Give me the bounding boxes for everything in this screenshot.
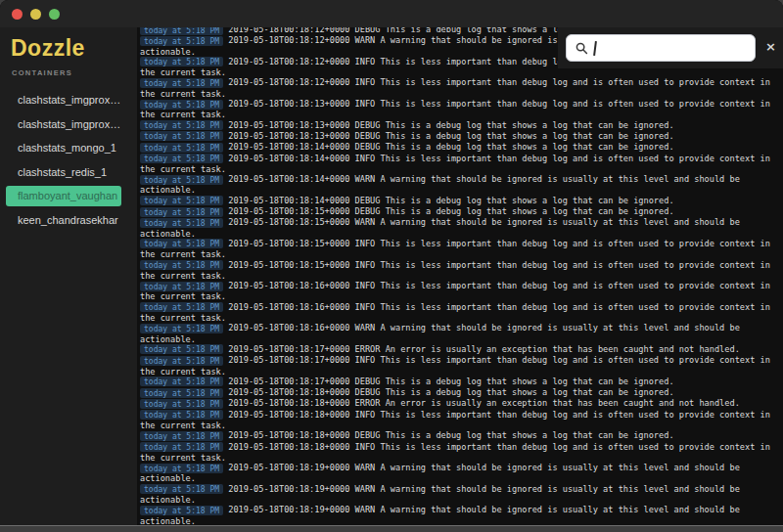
container-name: keen_chandrasekhar bbox=[18, 214, 118, 226]
sidebar-container-item[interactable]: clashstats_mongo_1 bbox=[0, 136, 137, 160]
log-entry: today at 5:18 PM 2019-05-18T00:18:13+000… bbox=[140, 120, 781, 131]
timestamp-badge: today at 5:18 PM bbox=[140, 57, 223, 66]
log-message: 2019-05-18T00:18:18+0000 INFO This is le… bbox=[140, 410, 770, 430]
timestamp-badge: today at 5:18 PM bbox=[140, 506, 223, 515]
log-entry: today at 5:18 PM 2019-05-18T00:18:13+000… bbox=[140, 99, 781, 120]
log-entry: today at 5:18 PM 2019-05-18T00:18:15+000… bbox=[140, 260, 781, 282]
log-entry: today at 5:18 PM 2019-05-18T00:18:15+000… bbox=[140, 206, 781, 217]
container-name: clashstats_mongo_1 bbox=[18, 142, 116, 154]
log-message: 2019-05-18T00:18:14+0000 DEBUG This is a… bbox=[228, 142, 673, 152]
search-icon bbox=[576, 42, 588, 55]
container-name: clashstats_redis_1 bbox=[18, 166, 107, 178]
log-message: 2019-05-18T00:18:19+0000 WARN A warning … bbox=[140, 463, 740, 483]
log-entry: today at 5:18 PM 2019-05-18T00:18:18+000… bbox=[140, 442, 781, 464]
timestamp-badge: today at 5:18 PM bbox=[140, 356, 223, 366]
sidebar-container-item[interactable]: keen_chandrasekhar bbox=[0, 208, 137, 233]
log-entry: today at 5:18 PM 2019-05-18T00:18:18+000… bbox=[140, 387, 781, 398]
timestamp-badge: today at 5:18 PM bbox=[140, 410, 223, 420]
log-list: today at 5:18 PM 2019-05-18T00:18:12+000… bbox=[137, 27, 783, 525]
sidebar-container-item[interactable]: clashstats_redis_1 bbox=[0, 160, 137, 185]
containers-section-label: CONTAINERS bbox=[12, 68, 72, 77]
timestamp-badge: today at 5:18 PM bbox=[140, 399, 223, 409]
timestamp-badge: today at 5:18 PM bbox=[140, 27, 223, 35]
log-message: 2019-05-18T00:18:16+0000 WARN A warning … bbox=[140, 323, 740, 343]
timestamp-badge: today at 5:18 PM bbox=[140, 442, 223, 452]
log-message: 2019-05-18T00:18:12+0000 INFO This is le… bbox=[140, 77, 770, 98]
log-message: 2019-05-18T00:18:17+0000 ERROR An error … bbox=[228, 344, 740, 354]
log-message: 2019-05-18T00:18:14+0000 DEBUG This is a… bbox=[228, 196, 673, 205]
log-entry: today at 5:18 PM 2019-05-18T00:18:15+000… bbox=[140, 217, 781, 239]
timestamp-badge: today at 5:18 PM bbox=[140, 282, 223, 291]
log-pane[interactable]: today at 5:18 PM 2019-05-18T00:18:12+000… bbox=[137, 27, 783, 525]
minimize-window-icon[interactable] bbox=[30, 9, 41, 20]
log-entry: today at 5:18 PM 2019-05-18T00:18:16+000… bbox=[140, 302, 781, 324]
log-message: 2019-05-18T00:18:18+0000 DEBUG This is a… bbox=[228, 430, 673, 440]
close-search-icon[interactable]: × bbox=[765, 39, 776, 55]
log-entry: today at 5:18 PM 2019-05-18T00:18:12+000… bbox=[140, 77, 781, 99]
log-message: 2019-05-18T00:18:15+0000 INFO This is le… bbox=[140, 239, 770, 259]
log-entry: today at 5:18 PM 2019-05-18T00:18:17+000… bbox=[140, 377, 781, 387]
log-entry: today at 5:18 PM 2019-05-18T00:18:19+000… bbox=[140, 463, 781, 484]
log-message: 2019-05-18T00:18:14+0000 WARN A warning … bbox=[140, 174, 740, 195]
log-message: 2019-05-18T00:18:18+0000 INFO This is le… bbox=[140, 442, 770, 463]
timestamp-badge: today at 5:18 PM bbox=[140, 431, 223, 441]
log-entry: today at 5:18 PM 2019-05-18T00:18:18+000… bbox=[140, 430, 781, 441]
log-message: 2019-05-18T00:18:13+0000 DEBUG This is a… bbox=[228, 120, 673, 130]
log-message: 2019-05-18T00:18:16+0000 INFO This is le… bbox=[140, 302, 770, 323]
timestamp-badge: today at 5:18 PM bbox=[140, 377, 223, 386]
container-name: flamboyant_vaughan bbox=[18, 190, 117, 201]
log-entry: today at 5:18 PM 2019-05-18T00:18:16+000… bbox=[140, 281, 781, 302]
text-cursor bbox=[593, 41, 596, 56]
sidebar-container-item[interactable]: clashstats_imgprox… bbox=[0, 112, 137, 137]
timestamp-badge: today at 5:18 PM bbox=[140, 324, 223, 333]
log-entry: today at 5:18 PM 2019-05-18T00:18:15+000… bbox=[140, 239, 781, 260]
container-name: clashstats_imgprox… bbox=[18, 118, 120, 130]
log-entry: today at 5:18 PM 2019-05-18T00:18:14+000… bbox=[140, 154, 781, 175]
sidebar-container-item[interactable]: flamboyant_vaughan bbox=[6, 186, 121, 206]
log-message: 2019-05-18T00:18:16+0000 INFO This is le… bbox=[140, 281, 770, 301]
timestamp-badge: today at 5:18 PM bbox=[140, 154, 223, 163]
log-message: 2019-05-18T00:18:18+0000 DEBUG This is a… bbox=[228, 387, 673, 397]
app-title: Dozzle bbox=[11, 35, 85, 62]
timestamp-badge: today at 5:18 PM bbox=[140, 218, 223, 228]
titlebar bbox=[0, 0, 783, 27]
log-entry: today at 5:18 PM 2019-05-18T00:18:14+000… bbox=[140, 174, 781, 196]
log-entry: today at 5:18 PM 2019-05-18T00:18:17+000… bbox=[140, 355, 781, 377]
timestamp-badge: today at 5:18 PM bbox=[140, 260, 223, 270]
search-input[interactable] bbox=[566, 34, 756, 62]
log-message: 2019-05-18T00:18:19+0000 WARN A warning … bbox=[140, 484, 740, 505]
log-message: 2019-05-18T00:18:15+0000 INFO This is le… bbox=[140, 260, 770, 281]
log-message: 2019-05-18T00:18:18+0000 ERROR An error … bbox=[228, 398, 740, 408]
timestamp-badge: today at 5:18 PM bbox=[140, 175, 223, 185]
timestamp-badge: today at 5:18 PM bbox=[140, 120, 223, 130]
log-message: 2019-05-18T00:18:17+0000 DEBUG This is a… bbox=[228, 377, 673, 386]
timestamp-badge: today at 5:18 PM bbox=[140, 143, 223, 153]
maximize-window-icon[interactable] bbox=[49, 9, 60, 20]
timestamp-badge: today at 5:18 PM bbox=[140, 464, 223, 473]
log-entry: today at 5:18 PM 2019-05-18T00:18:16+000… bbox=[140, 323, 781, 344]
close-window-icon[interactable] bbox=[12, 9, 23, 20]
timestamp-badge: today at 5:18 PM bbox=[140, 302, 223, 312]
search-panel: × bbox=[558, 27, 783, 68]
log-entry: today at 5:18 PM 2019-05-18T00:18:14+000… bbox=[140, 196, 781, 206]
timestamp-badge: today at 5:18 PM bbox=[140, 196, 223, 205]
log-message: 2019-05-18T00:18:14+0000 INFO This is le… bbox=[140, 154, 770, 174]
log-message: 2019-05-18T00:18:13+0000 INFO This is le… bbox=[140, 99, 770, 119]
container-list: clashstats_imgprox… clashstats_imgprox… … bbox=[0, 88, 137, 233]
log-message: 2019-05-18T00:18:15+0000 WARN A warning … bbox=[140, 217, 740, 238]
log-entry: today at 5:18 PM 2019-05-18T00:18:18+000… bbox=[140, 398, 781, 409]
log-entry: today at 5:18 PM 2019-05-18T00:18:14+000… bbox=[140, 142, 781, 153]
container-name: clashstats_imgprox… bbox=[18, 94, 120, 106]
log-entry: today at 5:18 PM 2019-05-18T00:18:19+000… bbox=[140, 484, 781, 506]
timestamp-badge: today at 5:18 PM bbox=[140, 100, 223, 110]
timestamp-badge: today at 5:18 PM bbox=[140, 131, 223, 141]
log-message: 2019-05-18T00:18:17+0000 INFO This is le… bbox=[140, 355, 770, 376]
timestamp-badge: today at 5:18 PM bbox=[140, 239, 223, 248]
log-entry: today at 5:18 PM 2019-05-18T00:18:13+000… bbox=[140, 131, 781, 142]
sidebar: Dozzle CONTAINERS clashstats_imgprox… cl… bbox=[0, 27, 137, 525]
sidebar-container-item[interactable]: clashstats_imgprox… bbox=[0, 88, 137, 112]
log-entry: today at 5:18 PM 2019-05-18T00:18:19+000… bbox=[140, 505, 781, 525]
log-entry: today at 5:18 PM 2019-05-18T00:18:17+000… bbox=[140, 344, 781, 355]
timestamp-badge: today at 5:18 PM bbox=[140, 36, 223, 46]
timestamp-badge: today at 5:18 PM bbox=[140, 484, 223, 494]
